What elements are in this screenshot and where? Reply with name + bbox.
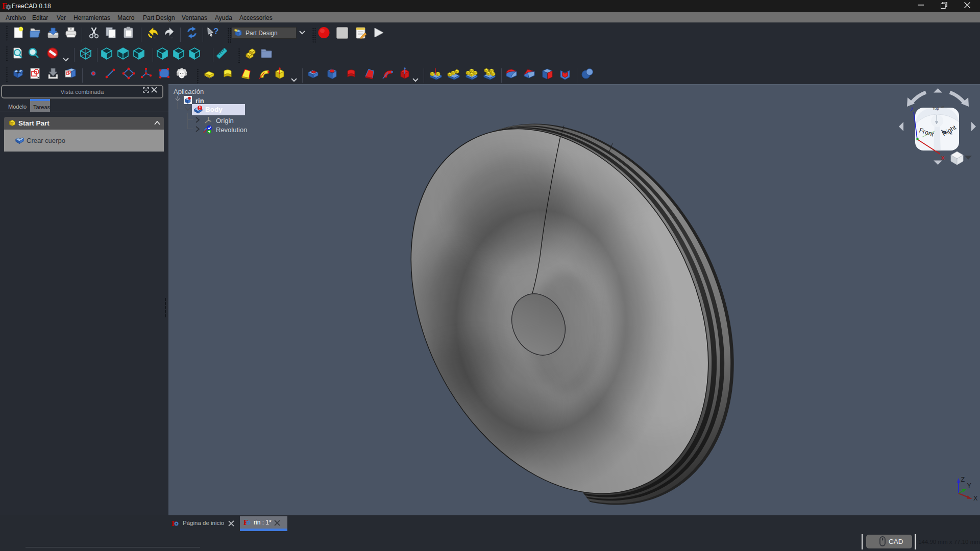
svg-text:Y: Y bbox=[967, 482, 972, 489]
svg-text:z: z bbox=[910, 105, 914, 113]
svg-text:?: ? bbox=[213, 27, 218, 36]
svg-text:Z: Z bbox=[961, 476, 965, 483]
svg-text:Top: Top bbox=[932, 106, 939, 111]
svg-text:X: X bbox=[973, 495, 978, 502]
svg-text:x: x bbox=[941, 154, 945, 161]
